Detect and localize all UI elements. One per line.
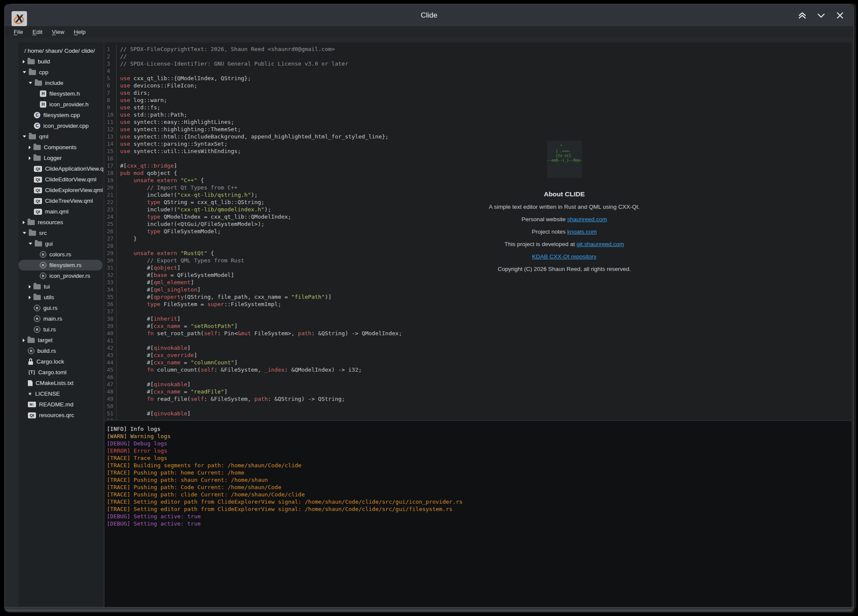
close-button[interactable] xyxy=(834,10,846,21)
chevron-right-icon[interactable] xyxy=(29,146,31,149)
tree-item-icon-provider-cpp[interactable]: Cicon_provider.cpp xyxy=(18,120,103,131)
tree-item-clideexplorerview-qml[interactable]: QtClideExplorerView.qml xyxy=(18,185,103,195)
log-line-trace: [TRACE] Trace logs xyxy=(107,454,852,462)
code-line-12: 12use syntect::highlighting::ThemeSet; xyxy=(105,126,852,133)
code-line-26: 26 type QFileSystemModel; xyxy=(105,228,852,235)
menu-help[interactable]: Help xyxy=(69,28,90,36)
tree-item-build-rs[interactable]: Rbuild.rs xyxy=(18,346,103,356)
menu-edit[interactable]: Edit xyxy=(28,28,47,36)
tree-item-clidetreeview-qml[interactable]: QtClideTreeView.qml xyxy=(18,195,103,206)
shade-button[interactable] xyxy=(797,10,808,21)
chevron-right-icon[interactable] xyxy=(23,339,25,342)
code-text: use syntect::parsing::SyntaxSet; xyxy=(120,140,227,147)
menu-view[interactable]: View xyxy=(47,28,69,36)
tree-item-src[interactable]: src xyxy=(18,228,103,238)
tree-item-cargo-lock[interactable]: Cargo.lock xyxy=(18,356,103,367)
tree-item-gui[interactable]: gui xyxy=(18,238,103,249)
tree-item-readme-md[interactable]: M↓README.md xyxy=(18,399,103,410)
code-line-24: 24 type QModelIndex = cxx_qt_lib::QModel… xyxy=(105,213,852,220)
tree-item-resources-qrc[interactable]: Qtresources.qrc xyxy=(18,410,103,421)
chevron-down-icon[interactable] xyxy=(29,243,32,245)
tree-item-gui-rs[interactable]: Rgui.rs xyxy=(18,303,103,313)
line-number: 27 xyxy=(105,235,120,242)
tree-item-filesystem-h[interactable]: Hfilesystem.h xyxy=(18,88,103,99)
link-kdab-cxx-qt-repository[interactable]: KDAB CXX-Qt repository xyxy=(532,253,596,260)
line-number: 34 xyxy=(105,286,120,293)
tree-item-cpp[interactable]: cpp xyxy=(18,67,103,78)
link-knoats-com[interactable]: knoats.com xyxy=(567,228,597,235)
about-text: Copyright (C) 2026 Shaun Reed, all right… xyxy=(498,266,631,272)
tree-item-clideapplicationview-qml[interactable]: QtClideApplicationView.qml xyxy=(18,163,103,174)
tree-item-icon-provider-h[interactable]: Hicon_provider.h xyxy=(18,99,103,110)
chevron-down-icon[interactable] xyxy=(23,135,26,138)
tree-item-label: LICENSE xyxy=(35,391,60,397)
chevron-down-icon[interactable] xyxy=(29,82,32,84)
window-resize-strip[interactable] xyxy=(5,607,853,611)
code-text: // Import Qt Types from C++ xyxy=(120,184,238,191)
chevron-right-icon[interactable] xyxy=(23,60,25,63)
line-number: 5 xyxy=(105,75,120,82)
code-editor[interactable]: 1// SPDX-FileCopyrightText: 2026, Shaun … xyxy=(105,42,852,420)
tree-item-label: ClideEditorView.qml xyxy=(45,176,96,183)
tree-item-target[interactable]: target xyxy=(18,335,103,346)
folder-icon xyxy=(27,338,35,343)
tree-item-license[interactable]: ★LICENSE xyxy=(18,388,103,399)
unshade-button[interactable] xyxy=(816,10,827,21)
line-number: 51 xyxy=(105,410,120,417)
menu-file[interactable]: File xyxy=(9,28,28,36)
tree-item-main-qml[interactable]: Qtmain.qml xyxy=(18,206,103,217)
code-text: // Export QML Types from Rust xyxy=(120,257,244,264)
tree-item-filesystem-rs[interactable]: Rfilesystem.rs xyxy=(18,260,102,270)
h-file-icon: H xyxy=(40,101,46,108)
window-controls xyxy=(797,5,846,26)
qt-file-icon: Qt xyxy=(34,177,42,183)
code-text: type QFileSystemModel; xyxy=(120,228,221,235)
code-line-16: 16 xyxy=(105,155,852,162)
rust-file-icon: R xyxy=(40,273,46,279)
code-text: #[qobject] xyxy=(120,264,181,271)
tree-item-filesystem-cpp[interactable]: Cfilesystem.cpp xyxy=(18,110,103,120)
tree-item-colors-rs[interactable]: Rcolors.rs xyxy=(18,249,103,260)
chevron-down-icon[interactable] xyxy=(23,71,26,73)
tree-item-logger[interactable]: Logger xyxy=(18,153,103,163)
tree-item-label: filesystem.cpp xyxy=(43,112,80,118)
tree-item-qml[interactable]: qml xyxy=(18,131,103,142)
line-number: 19 xyxy=(105,177,120,184)
about-row: This project is developed at git.shaunre… xyxy=(479,241,650,248)
code-text: // SPDX-FileCopyrightText: 2026, Shaun R… xyxy=(120,45,335,53)
code-line-46: 46 xyxy=(105,373,852,381)
tree-item-label: Components xyxy=(44,144,77,150)
log-line-trace: [TRACE] Building segments for path: /hom… xyxy=(107,462,852,469)
tree-item-include[interactable]: include xyxy=(18,78,103,88)
tree-item-resources[interactable]: resources xyxy=(18,217,103,228)
chevron-right-icon[interactable] xyxy=(29,285,31,288)
chevron-right-icon[interactable] xyxy=(23,221,25,224)
tree-item-clideeditorview-qml[interactable]: QtClideEditorView.qml xyxy=(18,174,103,185)
log-line-error: [ERROR] Error logs xyxy=(107,447,852,454)
code-line-45: 45 fn column_count(self: &FileSystem, _i… xyxy=(105,366,852,373)
log-line-debug: [DEBUG] Setting active: true xyxy=(107,513,852,520)
chevron-right-icon[interactable] xyxy=(29,156,31,160)
tree-item-icon-provider-rs[interactable]: Ricon_provider.rs xyxy=(18,270,103,281)
code-line-39: 39 #[cxx_name = "setRootPath"] xyxy=(105,322,852,330)
tree-item-cargo-toml[interactable]: [T]Cargo.toml xyxy=(18,367,103,378)
star-file-icon: ★ xyxy=(28,391,32,397)
code-text: type QModelIndex = cxx_qt_lib::QModelInd… xyxy=(120,213,291,220)
tree-item-components[interactable]: Components xyxy=(18,142,103,153)
tree-item-main-rs[interactable]: Rmain.rs xyxy=(18,313,103,324)
code-line-11: 11use syntect::easy::HighlightLines; xyxy=(105,118,852,126)
code-text: } xyxy=(120,235,137,242)
code-line-49: 49 fn read_file(self: &FileSystem, path:… xyxy=(105,395,852,403)
link-git-shaunreed-com[interactable]: git.shaunreed.com xyxy=(577,241,624,247)
tree-item-tui-rs[interactable]: Rtui.rs xyxy=(18,324,103,335)
tree-item-build[interactable]: build xyxy=(18,56,103,67)
code-line-21: 21 include!("cxx-qt-lib/qstring.h"); xyxy=(105,191,852,198)
link-shaunreed-com[interactable]: shaunreed.com xyxy=(567,216,607,222)
tree-item-tui[interactable]: tui xyxy=(18,281,103,292)
chevron-right-icon[interactable] xyxy=(29,296,31,299)
chevron-down-icon[interactable] xyxy=(23,232,26,234)
tree-item-utils[interactable]: utils xyxy=(18,292,103,303)
tree-item-label: colors.rs xyxy=(49,251,71,258)
tree-item-cmakelists-txt[interactable]: CMakeLists.txt xyxy=(18,378,103,388)
tree-item-label: cpp xyxy=(39,69,48,75)
